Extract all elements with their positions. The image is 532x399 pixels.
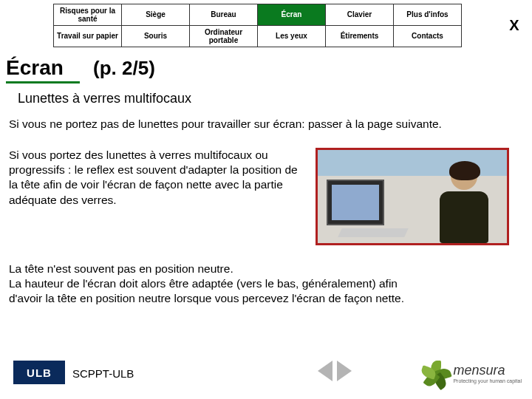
illustration-photo <box>316 148 509 245</box>
nav-tab[interactable]: Les yeux <box>258 26 326 47</box>
nav-tab[interactable]: Plus d'infos <box>394 4 462 26</box>
nav-tab[interactable]: Contacts <box>394 26 462 47</box>
close-button[interactable]: X <box>505 16 523 34</box>
body-content: Si vous ne portez pas de lunettes pour t… <box>9 117 532 307</box>
subtitle: Lunettes à verres multifocaux <box>18 91 532 106</box>
nav-tabs: Risques pour la santéSiègeBureauÉcranCla… <box>53 4 462 47</box>
footer: ULB SCPPT-ULB mensura Protecting your hu… <box>0 349 532 389</box>
monitor-icon <box>327 180 384 225</box>
ulb-logo: ULB <box>13 361 65 384</box>
nav-tab[interactable]: Clavier <box>326 4 394 26</box>
nav-tab[interactable]: Souris <box>122 26 190 47</box>
nav-tab[interactable]: Ordinateur portable <box>190 26 258 47</box>
mensura-name: mensura <box>453 363 505 378</box>
paragraph-2: Si vous portez des lunettes à verres mul… <box>9 148 308 208</box>
next-page-button[interactable] <box>337 361 352 381</box>
mensura-logo: mensura Protecting your human capital <box>423 361 522 386</box>
title-underline <box>6 81 80 83</box>
person-icon <box>434 163 494 245</box>
nav-tab[interactable]: Écran <box>258 4 326 26</box>
keyboard-icon <box>338 228 409 237</box>
nav-tab[interactable]: Risques pour la santé <box>54 4 122 26</box>
mensura-tagline: Protecting your human capital <box>453 378 522 383</box>
leaf-icon <box>423 361 449 386</box>
section-title: Écran <box>6 56 80 80</box>
page-indicator: (p. 2/5) <box>93 57 155 80</box>
paragraph-3: La tête n'est souvent pas en position ne… <box>9 262 423 306</box>
page-title-row: Écran (p. 2/5) <box>6 56 532 83</box>
page-nav-arrows <box>318 361 352 381</box>
nav-tab[interactable]: Bureau <box>190 4 258 26</box>
nav-tab[interactable]: Siège <box>122 4 190 26</box>
prev-page-button[interactable] <box>318 361 332 381</box>
nav-tab[interactable]: Travail sur papier <box>54 26 122 47</box>
nav-tab[interactable]: Étirements <box>326 26 394 47</box>
paragraph-1: Si vous ne portez pas de lunettes pour t… <box>9 117 482 132</box>
scppt-label: SCPPT-ULB <box>72 367 134 380</box>
